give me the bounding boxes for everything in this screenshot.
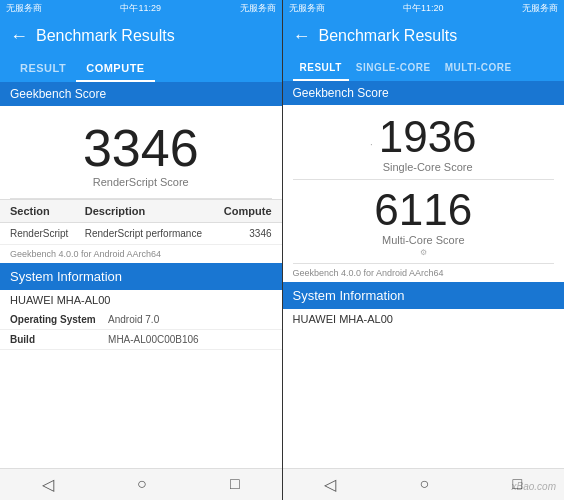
score-label-right-2: Multi-Core Score <box>293 234 555 246</box>
back-button-left[interactable]: ← <box>10 26 28 47</box>
info-row-build-left: Build MHA-AL00C00B106 <box>0 330 282 350</box>
status-right-time: 中午11:20 <box>403 2 444 15</box>
tab-result-left[interactable]: RESULT <box>10 56 76 82</box>
tab-result-right[interactable]: RESULT <box>293 56 349 81</box>
tab-multi-core[interactable]: MULTI-CORE <box>438 56 519 81</box>
table-section-left: Section Description Compute RenderScript… <box>0 199 282 245</box>
nav-home-right[interactable]: ○ <box>420 475 430 494</box>
score-number-right-1: 1936 <box>379 115 477 159</box>
status-left-right: 无服务商 <box>240 2 276 15</box>
nav-back-left[interactable]: ◁ <box>42 475 54 494</box>
system-info-header-left: System Information <box>0 263 282 290</box>
info-label-os: Operating System <box>10 314 108 325</box>
nav-home-left[interactable]: ○ <box>137 475 147 494</box>
left-panel: 无服务商 中午11:29 无服务商 ← Benchmark Results RE… <box>0 0 283 500</box>
score-section-left: 3346 RenderScript Score <box>0 106 282 198</box>
row-description: RenderScript performance <box>85 228 210 239</box>
header-right: ← Benchmark Results <box>283 16 565 56</box>
device-name-left: HUAWEI MHA-AL00 <box>0 290 282 310</box>
tab-compute-left[interactable]: COMPUTE <box>76 56 155 82</box>
device-name-right: HUAWEI MHA-AL00 <box>283 309 565 329</box>
geekbench-banner-left: Geekbench Score <box>0 82 282 106</box>
geekbench-note-right: Geekbench 4.0.0 for Android AArch64 <box>283 264 565 282</box>
nav-back-right[interactable]: ◁ <box>324 475 336 494</box>
watermark: xBao.com <box>512 481 556 492</box>
score-section-right-2: 6116 Multi-Core Score ⚙ <box>283 180 565 263</box>
score-label-left: RenderScript Score <box>10 176 272 188</box>
nav-recent-left[interactable]: □ <box>230 475 240 494</box>
col-header-section: Section <box>10 205 85 217</box>
score-number-left: 3346 <box>10 122 272 174</box>
tab-single-core[interactable]: SINGLE-CORE <box>349 56 438 81</box>
score-label-right-1: Single-Core Score <box>379 161 477 173</box>
right-panel: 无服务商 中午11:20 无服务商 ← Benchmark Results RE… <box>283 0 565 500</box>
status-right-right: 无服务商 <box>522 2 558 15</box>
system-info-header-right: System Information <box>283 282 565 309</box>
header-title-left: Benchmark Results <box>36 27 272 45</box>
info-label-build: Build <box>10 334 108 345</box>
tabs-right: RESULT SINGLE-CORE MULTI-CORE <box>283 56 565 81</box>
col-header-description: Description <box>85 205 210 217</box>
status-left-time: 中午11:29 <box>120 2 161 15</box>
bottom-nav-left: ◁ ○ □ <box>0 468 282 500</box>
status-bar-left: 无服务商 中午11:29 无服务商 <box>0 0 282 16</box>
row-compute: 3346 <box>209 228 271 239</box>
back-button-right[interactable]: ← <box>293 26 311 47</box>
tabs-left: RESULT COMPUTE <box>0 56 282 82</box>
col-header-compute: Compute <box>209 205 271 217</box>
header-title-right: Benchmark Results <box>319 27 555 45</box>
info-value-os: Android 7.0 <box>108 314 271 325</box>
status-left-carrier: 无服务商 <box>6 2 42 15</box>
status-right-carrier: 无服务商 <box>289 2 325 15</box>
row-section: RenderScript <box>10 228 85 239</box>
info-value-build: MHA-AL00C00B106 <box>108 334 271 345</box>
status-bar-right: 无服务商 中午11:20 无服务商 <box>283 0 565 16</box>
score-number-right-2: 6116 <box>293 188 555 232</box>
geekbench-note-left: Geekbench 4.0.0 for Android AArch64 <box>0 245 282 263</box>
table-row-left: RenderScript RenderScript performance 33… <box>0 223 282 245</box>
header-left: ← Benchmark Results <box>0 16 282 56</box>
info-row-os-left: Operating System Android 7.0 <box>0 310 282 330</box>
score-section-right-1: · 1936 Single-Core Score <box>283 105 565 179</box>
geekbench-banner-right: Geekbench Score <box>283 81 565 105</box>
dot-indicator: ⚙ <box>293 246 555 259</box>
table-header-left: Section Description Compute <box>0 199 282 223</box>
